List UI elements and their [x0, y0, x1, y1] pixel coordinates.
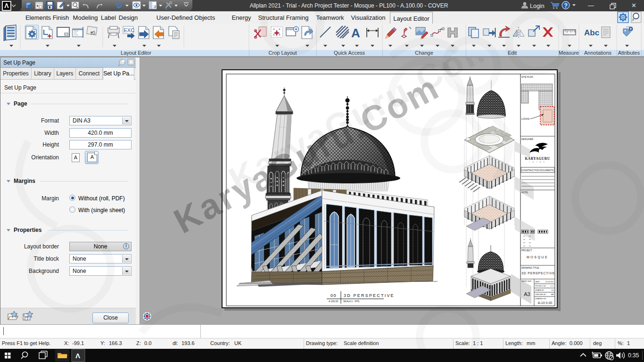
svg-text:3D PERSPECTIVE: 3D PERSPECTIVE — [344, 293, 395, 298]
svg-text:MOSQUE: MOSQUE — [527, 255, 548, 259]
svg-text:AW: AW — [551, 294, 554, 296]
svg-text:PROJECT NO: PROJECT NO — [535, 285, 546, 287]
svg-text:DATE: DATE — [535, 281, 540, 283]
svg-text:CHECKED BY: CHECKED BY — [535, 294, 546, 296]
svg-text:DRAWING NO: DRAWING NO — [535, 298, 546, 300]
svg-text:LOKASI :: LOKASI : — [521, 118, 531, 120]
svg-text:DRAWN BY: DRAWN BY — [535, 289, 545, 291]
svg-text:SKALA 1 : NTS: SKALA 1 : NTS — [343, 300, 360, 303]
svg-text:PAPER SIZE :: PAPER SIZE : — [521, 280, 532, 282]
svg-text:SITE PLAN :: SITE PLAN : — [521, 76, 534, 78]
svg-text:Λ: Λ — [75, 352, 80, 360]
svg-text:KG: KG — [552, 289, 554, 291]
svg-text:PROJECT :: PROJECT : — [521, 249, 533, 252]
svg-text:2: 2 — [154, 5, 157, 9]
svg-text:00: 00 — [330, 293, 337, 298]
svg-text:A: A — [351, 26, 360, 40]
svg-text:0:35: 0:35 — [628, 352, 639, 359]
svg-text:CONSTRUCTION DOCUMENTS: CONSTRUCTION DOCUMENTS — [521, 169, 553, 172]
svg-text:?: ? — [564, 2, 568, 9]
svg-text:Abc: Abc — [584, 28, 599, 37]
svg-text:A3: A3 — [524, 291, 530, 297]
svg-text:DRAWING TITLE :: DRAWING TITLE : — [521, 267, 540, 269]
svg-text:NOTE :: NOTE : — [521, 191, 529, 194]
svg-text:KARYAGURU: KARYAGURU — [525, 156, 550, 161]
svg-text:Login: Login — [530, 3, 545, 9]
svg-text:A-10 0.00: A-10 0.00 — [538, 301, 552, 304]
svg-text:DESIGNER :: DESIGNER : — [521, 138, 535, 140]
svg-text:EXC: EXC — [124, 27, 135, 33]
svg-text:3D PERSPECTIVE: 3D PERSPECTIVE — [521, 272, 555, 275]
svg-text:####: #### — [550, 285, 554, 287]
svg-text:A-100.00: A-100.00 — [329, 300, 339, 303]
svg-text:31.03.2021: 31.03.2021 — [545, 281, 554, 283]
svg-text:L A Y A R: L A Y A R — [529, 161, 546, 163]
